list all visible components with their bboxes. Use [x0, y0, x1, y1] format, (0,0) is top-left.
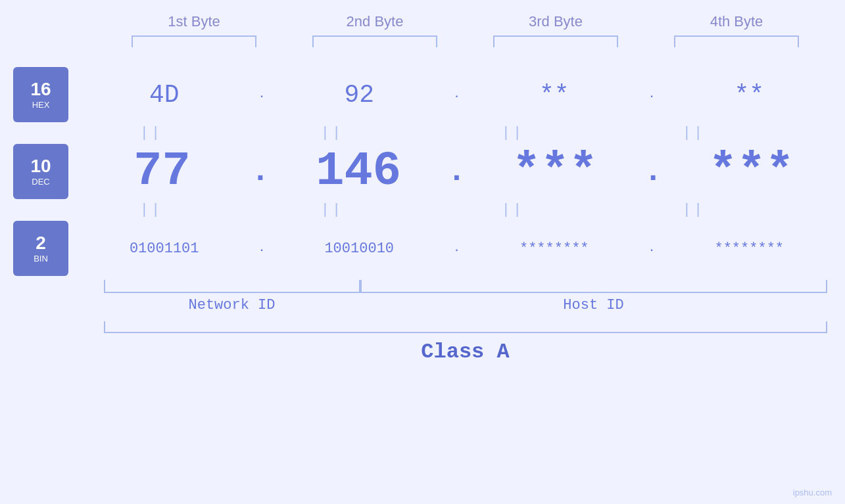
byte-header-2: 2nd Byte — [302, 13, 447, 30]
hex-cell-1: 4D — [92, 81, 237, 109]
watermark: ipshu.com — [793, 488, 832, 497]
bin-val-3: ******** — [482, 241, 627, 257]
dec-badge: 10 DEC — [13, 144, 68, 199]
dec-val-4: *** — [679, 145, 824, 198]
hex-values: 4D . 92 . ** . ** — [82, 81, 832, 109]
hex-dot-1: . — [258, 89, 265, 101]
host-bracket — [360, 280, 827, 293]
bin-cell-2: 10010010 — [287, 241, 431, 257]
bin-val-4: ******** — [677, 241, 821, 257]
bin-val-1: 01001101 — [92, 241, 237, 257]
network-id-label: Network ID — [104, 297, 360, 313]
dec-cell-3: *** — [483, 145, 627, 198]
bin-cell-4: ******** — [677, 241, 821, 257]
hex-cell-4: ** — [677, 81, 821, 109]
bottom-brackets — [104, 280, 827, 293]
hex-val-2: 92 — [287, 81, 431, 109]
hex-cell-2: 92 — [287, 81, 431, 109]
bin-cell-3: ******** — [482, 241, 627, 257]
eq-1-4: || — [621, 125, 766, 141]
eq-1-3: || — [441, 125, 585, 141]
eq-2-2: || — [260, 202, 404, 218]
class-bracket — [104, 321, 827, 333]
dec-dot-1: . — [251, 156, 270, 187]
eq-row-1: || || || || — [61, 125, 785, 141]
bin-dot-3: . — [648, 242, 655, 254]
hex-val-3: ** — [482, 81, 627, 109]
bin-base-num: 2 — [36, 233, 46, 254]
dec-cell-4: *** — [679, 145, 824, 198]
hex-dot-2: . — [454, 89, 460, 101]
class-row: Class A — [104, 321, 827, 364]
host-id-label: Host ID — [360, 297, 827, 313]
hex-val-1: 4D — [92, 81, 237, 109]
dec-row: 10 DEC 77 . 146 . *** . *** — [0, 144, 845, 199]
hex-cell-3: ** — [482, 81, 627, 109]
byte-header-1: 1st Byte — [122, 13, 266, 30]
dec-dot-3: . — [644, 156, 663, 187]
eq-2-3: || — [441, 202, 585, 218]
bin-row: 2 BIN 01001101 . 10010010 . ******** . *… — [0, 221, 845, 276]
bin-dot-2: . — [454, 242, 460, 254]
dec-dot-2: . — [447, 156, 466, 187]
eq-2-4: || — [621, 202, 766, 218]
hex-badge: 16 HEX — [13, 67, 68, 122]
bracket-4 — [674, 35, 799, 47]
bracket-2 — [312, 35, 437, 47]
dec-val-1: 77 — [89, 145, 234, 198]
dec-cell-2: 146 — [286, 145, 431, 198]
hex-base-num: 16 — [30, 80, 51, 100]
eq-row-2: || || || || — [61, 202, 785, 218]
hex-row: 16 HEX 4D . 92 . ** . ** — [0, 67, 845, 122]
hex-dot-3: . — [648, 89, 655, 101]
class-label: Class A — [421, 340, 509, 364]
eq-1-1: || — [79, 125, 224, 141]
dec-base-num: 10 — [30, 156, 51, 177]
bin-base-label: BIN — [34, 254, 48, 263]
dec-val-2: 146 — [286, 145, 431, 198]
bracket-3 — [493, 35, 618, 47]
byte-header-4: 4th Byte — [664, 13, 809, 30]
dec-values: 77 . 146 . *** . *** — [82, 145, 832, 198]
byte-header-3: 3rd Byte — [483, 13, 628, 30]
dec-cell-1: 77 — [89, 145, 234, 198]
bracket-row — [104, 35, 827, 47]
bin-badge: 2 BIN — [13, 221, 68, 276]
bracket-1 — [132, 35, 256, 47]
byte-headers-row: 1st Byte 2nd Byte 3rd Byte 4th Byte — [104, 13, 827, 30]
main-container: 1st Byte 2nd Byte 3rd Byte 4th Byte 16 H… — [0, 0, 845, 504]
bin-values: 01001101 . 10010010 . ******** . *******… — [82, 241, 832, 257]
bin-cell-1: 01001101 — [92, 241, 237, 257]
bin-val-2: 10010010 — [287, 241, 431, 257]
eq-2-1: || — [79, 202, 224, 218]
eq-1-2: || — [260, 125, 404, 141]
dec-val-3: *** — [483, 145, 627, 198]
id-labels: Network ID Host ID — [104, 297, 827, 313]
bin-dot-1: . — [258, 242, 265, 254]
hex-base-label: HEX — [32, 100, 50, 110]
network-bracket — [104, 280, 360, 293]
hex-val-4: ** — [677, 81, 821, 109]
dec-base-label: DEC — [32, 177, 49, 187]
